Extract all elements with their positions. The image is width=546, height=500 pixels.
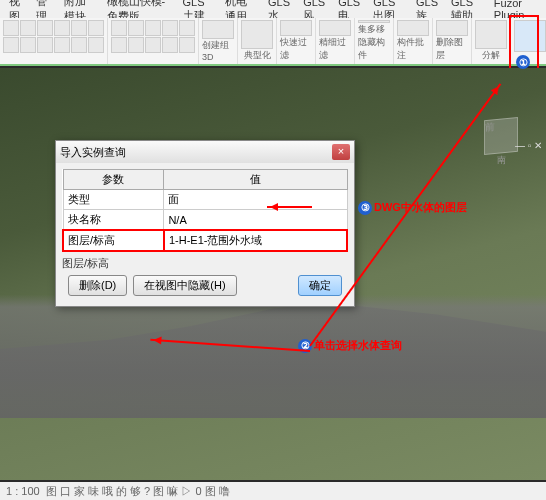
tool-icon[interactable]	[37, 20, 53, 36]
tool-icon[interactable]	[71, 20, 87, 36]
fine-filter-icon[interactable]	[319, 20, 351, 36]
tool-icon[interactable]	[3, 20, 19, 36]
table-row-layer[interactable]: 图层/标高1-H-E1-范围外水域	[63, 230, 347, 251]
tool-icon[interactable]	[128, 20, 144, 36]
group-label: 精细过滤	[319, 36, 351, 62]
tool-icon[interactable]	[179, 20, 195, 36]
tool-icon[interactable]	[54, 20, 70, 36]
ribbon-group: 分解	[472, 18, 511, 64]
ribbon-group: 创建组3D	[199, 18, 238, 64]
tool-icon[interactable]	[20, 20, 36, 36]
status-tools[interactable]: 图 口 家 味 哦 的 够 ? 图 嘛 ▷ 0 图 噜	[46, 484, 230, 499]
table-header-value: 值	[164, 170, 347, 190]
annotation-1: ①	[516, 55, 530, 69]
tool-icon[interactable]	[20, 37, 36, 53]
scale-display[interactable]: 1 : 100	[6, 485, 40, 497]
statusbar: 1 : 100 图 口 家 味 哦 的 够 ? 图 嘛 ▷ 0 图 噜	[0, 482, 546, 500]
menubar: 视图 管理 附加模块 橄榄山快模-免费版 GLS土建 机电通用 GLS水 GLS…	[0, 0, 546, 18]
annotate-icon[interactable]	[397, 20, 429, 36]
ok-button[interactable]: 确定	[298, 275, 342, 296]
section-label: 图层/标高	[62, 256, 348, 271]
tool-icon[interactable]	[71, 37, 87, 53]
dialog-title-text: 导入实例查询	[60, 145, 126, 160]
tool-icon[interactable]	[37, 37, 53, 53]
tool-icon[interactable]	[88, 20, 104, 36]
delete-layer-icon[interactable]	[436, 20, 468, 36]
arrow-line	[267, 206, 312, 208]
annotation-text: DWG中水体的图层	[374, 200, 467, 215]
table-row[interactable]: 块名称N/A	[63, 210, 347, 231]
ribbon-group: 典型化	[238, 18, 277, 64]
ribbon-group: 构件批注	[394, 18, 433, 64]
explode-icon[interactable]	[475, 20, 507, 49]
hide-in-view-button[interactable]: 在视图中隐藏(H)	[133, 275, 236, 296]
viewcube[interactable]: 前 南	[476, 118, 526, 178]
cube-3d-icon[interactable]	[202, 20, 234, 39]
quick-filter-icon[interactable]	[280, 20, 312, 36]
tool-icon[interactable]	[54, 37, 70, 53]
tool-icon[interactable]	[145, 37, 161, 53]
group-label: 删除图层	[436, 36, 468, 62]
tool-icon[interactable]	[3, 37, 19, 53]
ribbon: 创建组3D 典型化 快速过滤 精细过滤 集多移 隐藏构件 构件批注 删除图层 分…	[0, 18, 546, 66]
ribbon-group: 快速过滤	[277, 18, 316, 64]
tool-icon[interactable]	[128, 37, 144, 53]
circle-number-icon: ③	[358, 201, 372, 215]
parameter-table: 参数值 类型面 块名称N/A 图层/标高1-H-E1-范围外水域	[62, 169, 348, 252]
ribbon-group: 精细过滤	[316, 18, 355, 64]
dialog-titlebar[interactable]: 导入实例查询 ×	[56, 141, 354, 163]
tool-icon[interactable]	[111, 20, 127, 36]
tool-icon[interactable]	[179, 37, 195, 53]
group-label: 典型化	[244, 49, 271, 62]
group-label: 集多移 隐藏构件	[358, 23, 390, 62]
table-header-param: 参数	[63, 170, 164, 190]
circle-number-icon: ①	[516, 55, 530, 69]
group-label: 快速过滤	[280, 36, 312, 62]
tool-icon[interactable]	[111, 37, 127, 53]
tool-icon[interactable]	[162, 37, 178, 53]
tool-icon[interactable]	[162, 20, 178, 36]
group-label: 创建组3D	[202, 39, 234, 62]
ribbon-group	[108, 18, 199, 64]
close-button[interactable]: ×	[332, 144, 350, 160]
annotation-text: 单击选择水体查询	[314, 338, 402, 353]
ribbon-group: 删除图层	[433, 18, 472, 64]
viewcube-face[interactable]: 前	[484, 117, 518, 155]
import-instance-query-dialog: 导入实例查询 × 参数值 类型面 块名称N/A 图层/标高1-H-E1-范围外水…	[55, 140, 355, 307]
delete-button[interactable]: 删除(D)	[68, 275, 127, 296]
ribbon-group: 集多移 隐藏构件	[355, 18, 394, 64]
typify-icon[interactable]	[241, 20, 273, 49]
group-label: 构件批注	[397, 36, 429, 62]
tool-icon[interactable]	[88, 37, 104, 53]
ribbon-group	[0, 18, 108, 64]
viewcube-direction: 南	[476, 154, 526, 167]
group-label: 分解	[482, 49, 500, 62]
tool-icon[interactable]	[145, 20, 161, 36]
